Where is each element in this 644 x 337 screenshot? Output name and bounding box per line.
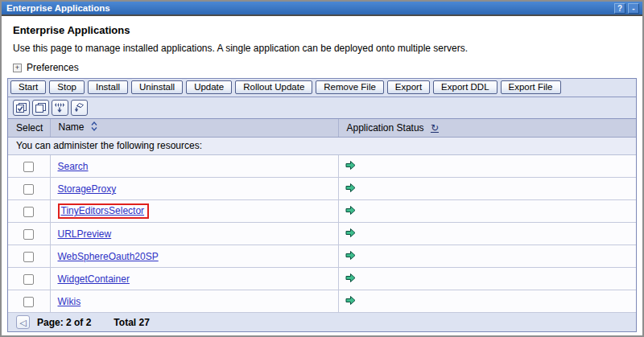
- application-link[interactable]: TinyEditorsSelector: [61, 205, 145, 216]
- select-cell: [8, 200, 50, 223]
- application-started-icon: [345, 228, 356, 240]
- refresh-status-icon[interactable]: ↻: [431, 122, 439, 134]
- preferences-expander[interactable]: + Preferences: [13, 62, 638, 73]
- remove-file-button[interactable]: Remove File: [316, 80, 384, 94]
- application-row: StorageProxy: [8, 178, 636, 200]
- application-started-icon: [345, 250, 356, 263]
- start-button[interactable]: Start: [10, 80, 46, 94]
- portlet-title: Enterprise Applications: [6, 3, 612, 13]
- export-ddl-button[interactable]: Export DDL: [433, 80, 497, 94]
- select-column-header: Select: [8, 119, 50, 138]
- name-cell: URLPreview: [50, 223, 338, 245]
- help-button[interactable]: ?: [614, 3, 625, 14]
- select-all-button[interactable]: [13, 100, 30, 116]
- page-description: Use this page to manage installed applic…: [13, 43, 638, 54]
- status-cell: [338, 155, 636, 178]
- application-row: WidgetContainer: [8, 268, 636, 290]
- row-checkbox[interactable]: [23, 184, 34, 195]
- status-cell: [338, 200, 636, 223]
- row-checkbox[interactable]: [23, 252, 34, 262]
- name-column-header: Name: [50, 119, 338, 138]
- row-checkbox[interactable]: [23, 297, 34, 307]
- select-cell: [8, 155, 50, 178]
- install-button[interactable]: Install: [88, 80, 128, 94]
- deselect-all-button[interactable]: [32, 100, 49, 116]
- select-all-icon: [15, 102, 27, 113]
- status-cell: [338, 268, 636, 290]
- stop-button[interactable]: Stop: [49, 80, 85, 94]
- applications-table: Select Name Applic: [8, 119, 636, 331]
- select-cell: [8, 245, 50, 268]
- export-button[interactable]: Export: [387, 80, 430, 94]
- row-checkbox[interactable]: [23, 229, 34, 240]
- pagination-row: ◁ Page: 2 of 2 Total 27: [8, 313, 636, 332]
- table-header-row: Select Name Applic: [8, 119, 636, 138]
- select-cell: [8, 223, 50, 245]
- name-cell: TinyEditorsSelector: [50, 200, 338, 223]
- application-started-icon: [345, 273, 356, 286]
- select-cell: [8, 268, 50, 290]
- row-checkbox[interactable]: [23, 207, 34, 217]
- portlet-content: Enterprise Applications Use this page to…: [2, 16, 642, 332]
- status-cell: [338, 290, 636, 313]
- uninstall-button[interactable]: Uninstall: [131, 80, 183, 94]
- previous-page-button[interactable]: ◁: [16, 315, 30, 329]
- sort-carets-icon[interactable]: [91, 121, 97, 134]
- application-link[interactable]: WidgetContainer: [58, 273, 130, 285]
- table-icon-toolbar: [8, 97, 636, 119]
- application-row: WebSphereOauth20SP: [8, 245, 636, 268]
- application-started-icon: [345, 205, 356, 218]
- enterprise-applications-portlet: Enterprise Applications ? - Enterprise A…: [0, 0, 644, 337]
- name-cell: StorageProxy: [50, 178, 338, 200]
- name-cell: WebSphereOauth20SP: [50, 245, 338, 268]
- application-link[interactable]: StorageProxy: [58, 183, 117, 195]
- application-row: URLPreview: [8, 223, 636, 245]
- actions-toolbar: StartStopInstallUninstallUpdateRollout U…: [8, 79, 636, 97]
- application-link[interactable]: Search: [58, 161, 89, 172]
- row-checkbox[interactable]: [23, 162, 34, 172]
- name-cell: WidgetContainer: [50, 268, 338, 290]
- preferences-label: Preferences: [27, 62, 79, 73]
- table-caption-row: You can administer the following resourc…: [8, 138, 636, 155]
- export-file-button[interactable]: Export File: [501, 80, 561, 94]
- application-link[interactable]: URLPreview: [58, 228, 112, 240]
- application-row: TinyEditorsSelector: [8, 200, 636, 223]
- minimize-button[interactable]: -: [628, 3, 639, 14]
- application-link[interactable]: WebSphereOauth20SP: [58, 251, 159, 262]
- clear-filter-icon: [73, 102, 85, 113]
- row-checkbox[interactable]: [23, 274, 34, 285]
- application-started-icon: [345, 160, 356, 173]
- application-link[interactable]: Wikis: [58, 296, 81, 307]
- admin-note: You can administer the following resourc…: [8, 138, 636, 155]
- show-filter-button[interactable]: [52, 100, 68, 116]
- status-cell: [338, 223, 636, 245]
- update-button[interactable]: Update: [186, 80, 232, 94]
- applications-table-frame: StartStopInstallUninstallUpdateRollout U…: [7, 78, 637, 332]
- portlet-titlebar: Enterprise Applications ? -: [2, 2, 642, 16]
- status-column-header: Application Status ↻: [338, 119, 636, 138]
- application-started-icon: [345, 295, 356, 308]
- select-cell: [8, 178, 50, 200]
- name-cell: Wikis: [50, 290, 338, 313]
- status-cell: [338, 178, 636, 200]
- page-title: Enterprise Applications: [13, 24, 638, 36]
- rollout-update-button[interactable]: Rollout Update: [235, 80, 312, 94]
- application-row: Search: [8, 155, 636, 178]
- status-cell: [338, 245, 636, 268]
- name-cell: Search: [50, 155, 338, 178]
- application-started-icon: [345, 183, 356, 195]
- application-row: Wikis: [8, 290, 636, 313]
- deselect-all-icon: [35, 102, 47, 113]
- show-filter-icon: [54, 102, 66, 113]
- page-indicator: Page: 2 of 2: [37, 317, 91, 328]
- select-cell: [8, 290, 50, 313]
- total-count: Total 27: [114, 317, 149, 328]
- expand-plus-icon[interactable]: +: [13, 64, 22, 72]
- clear-filter-button[interactable]: [71, 100, 88, 116]
